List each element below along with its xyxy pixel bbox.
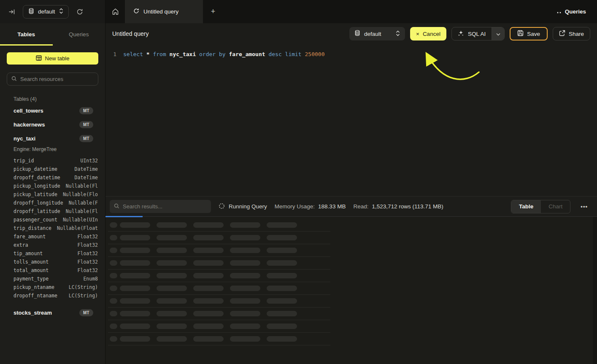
results-more-menu[interactable]: ••• bbox=[578, 202, 590, 211]
column-row[interactable]: dropoff_longitudeNullable(F bbox=[14, 199, 98, 207]
column-name: dropoff_datetime bbox=[14, 175, 60, 181]
tab-tables[interactable]: Tables bbox=[0, 23, 53, 46]
column-type: Nullable(Float bbox=[57, 225, 98, 231]
save-icon bbox=[517, 30, 524, 38]
refresh-icon[interactable] bbox=[74, 6, 86, 18]
table-name: hackernews bbox=[14, 121, 45, 128]
column-name: dropoff_latitude bbox=[14, 208, 60, 214]
column-row[interactable]: trip_distanceNullable(Float bbox=[14, 224, 98, 232]
sidebar: Tables Queries New table Tables (4) bbox=[0, 23, 105, 364]
toggle-table[interactable]: Table bbox=[511, 200, 541, 213]
column-name: passenger_count bbox=[14, 217, 57, 223]
skeleton-cell bbox=[267, 336, 297, 342]
column-row[interactable]: trip_idUInt32 bbox=[14, 156, 98, 165]
share-button[interactable]: Share bbox=[553, 27, 590, 40]
sql-ai-button[interactable]: SQL AI bbox=[452, 27, 492, 40]
save-button[interactable]: Save bbox=[510, 27, 548, 40]
table-item-stocks_stream[interactable]: stocks_streamMT bbox=[14, 306, 98, 320]
skeleton-cell bbox=[110, 235, 117, 240]
new-table-label: New table bbox=[45, 55, 70, 62]
sidebar-tabs: Tables Queries bbox=[0, 23, 105, 46]
collapse-sidebar-icon[interactable] bbox=[6, 6, 18, 18]
skeleton-cell bbox=[193, 248, 224, 253]
column-name: pickup_latitude bbox=[14, 191, 57, 197]
skeleton-cell bbox=[193, 273, 224, 278]
sparkle-icon bbox=[458, 30, 464, 38]
column-row[interactable]: extraFloat32 bbox=[14, 241, 98, 249]
sql-editor[interactable]: 1 select * from nyc_taxi order by fare_a… bbox=[105, 44, 597, 196]
main-row: Tables Queries New table Tables (4) bbox=[0, 23, 597, 364]
skeleton-cell bbox=[110, 248, 117, 253]
column-row[interactable]: tip_amountFloat32 bbox=[14, 249, 98, 258]
sql-token: limit bbox=[285, 51, 302, 57]
column-row[interactable]: pickup_latitudeNullable(Flo bbox=[14, 190, 98, 199]
column-row[interactable]: fare_amountFloat32 bbox=[14, 232, 98, 241]
queries-dots-icon bbox=[557, 8, 561, 15]
skeleton-cell bbox=[267, 324, 297, 329]
tab-untitled-query[interactable]: Untitled query bbox=[125, 0, 203, 23]
database-selector[interactable]: default bbox=[23, 5, 69, 19]
results-search bbox=[110, 200, 211, 213]
skeleton-cell bbox=[157, 260, 187, 266]
column-name: total_amount bbox=[14, 267, 49, 273]
sql-token: desc bbox=[268, 51, 281, 57]
skeleton-cell bbox=[110, 311, 117, 316]
sidebar-body: New table Tables (4) cell_towersMThacker… bbox=[0, 46, 105, 326]
column-row[interactable]: tolls_amountFloat32 bbox=[14, 258, 98, 266]
column-row[interactable]: pickup_longitudeNullable(Fl bbox=[14, 182, 98, 190]
save-label: Save bbox=[527, 31, 540, 37]
column-row[interactable]: dropoff_ntanameLC(String) bbox=[14, 291, 98, 300]
line-number: 1 bbox=[105, 51, 123, 57]
column-row[interactable]: dropoff_datetimeDateTime bbox=[14, 173, 98, 182]
skeleton-cell bbox=[267, 286, 297, 291]
search-results-input[interactable] bbox=[123, 203, 207, 210]
new-tab-plus-icon[interactable]: + bbox=[203, 0, 223, 23]
vertical-scrollbar[interactable] bbox=[593, 217, 597, 364]
chevron-updown-icon bbox=[396, 30, 400, 38]
skeleton-cell bbox=[157, 311, 187, 316]
toggle-chart[interactable]: Chart bbox=[541, 200, 570, 213]
column-name: pickup_longitude bbox=[14, 183, 60, 189]
column-row[interactable]: passenger_countNullable(UIn bbox=[14, 216, 98, 224]
skeleton-cell bbox=[110, 286, 117, 291]
table-item-cell_towers[interactable]: cell_towersMT bbox=[14, 104, 98, 118]
tab-queries[interactable]: Queries bbox=[53, 23, 105, 46]
table-item-nyc_taxi[interactable]: nyc_taxiMT bbox=[14, 132, 98, 146]
top-bar-right: Untitled query + Queries bbox=[105, 0, 597, 23]
home-icon[interactable] bbox=[105, 0, 125, 23]
search-resources-input[interactable] bbox=[20, 76, 95, 82]
column-row[interactable]: payment_typeEnum8 bbox=[14, 275, 98, 283]
skeleton-cell bbox=[157, 248, 187, 253]
skeleton-cell bbox=[120, 235, 150, 240]
editor-toolbar: Untitled query default × Cancel bbox=[105, 23, 597, 44]
skeleton-cell bbox=[267, 273, 297, 278]
queries-menu-button[interactable]: Queries bbox=[546, 0, 597, 23]
skeleton-cell bbox=[157, 324, 187, 329]
skeleton-cell bbox=[193, 286, 224, 291]
table-item-hackernews[interactable]: hackernewsMT bbox=[14, 118, 98, 132]
editor-database-selector[interactable]: default bbox=[349, 27, 405, 40]
sql-token: 250000 bbox=[305, 51, 325, 57]
database-icon bbox=[28, 8, 34, 16]
engine-badge: MT bbox=[79, 107, 93, 114]
resource-search bbox=[7, 73, 98, 86]
spinner-icon bbox=[219, 203, 225, 210]
sql-token: select bbox=[123, 51, 143, 57]
cancel-button[interactable]: × Cancel bbox=[410, 27, 446, 40]
engine-badge: MT bbox=[79, 309, 93, 316]
skeleton-cell bbox=[230, 222, 260, 228]
skeleton-cell bbox=[193, 336, 224, 342]
skeleton-cell bbox=[230, 311, 260, 316]
query-status: Running Query bbox=[219, 203, 267, 210]
column-row[interactable]: total_amountFloat32 bbox=[14, 266, 98, 275]
new-table-button[interactable]: New table bbox=[7, 52, 98, 65]
column-row[interactable]: pickup_ntanameLC(String) bbox=[14, 283, 98, 291]
skeleton-cell bbox=[230, 286, 260, 291]
column-row[interactable]: dropoff_latitudeNullable(Fl bbox=[14, 207, 98, 216]
sql-ai-dropdown-button[interactable] bbox=[492, 27, 504, 40]
column-name: pickup_datetime bbox=[14, 166, 57, 172]
column-type: DateTime bbox=[75, 175, 98, 181]
sql-token: by bbox=[219, 51, 226, 57]
column-row[interactable]: pickup_datetimeDateTime bbox=[14, 165, 98, 173]
column-type: Float32 bbox=[78, 234, 98, 240]
